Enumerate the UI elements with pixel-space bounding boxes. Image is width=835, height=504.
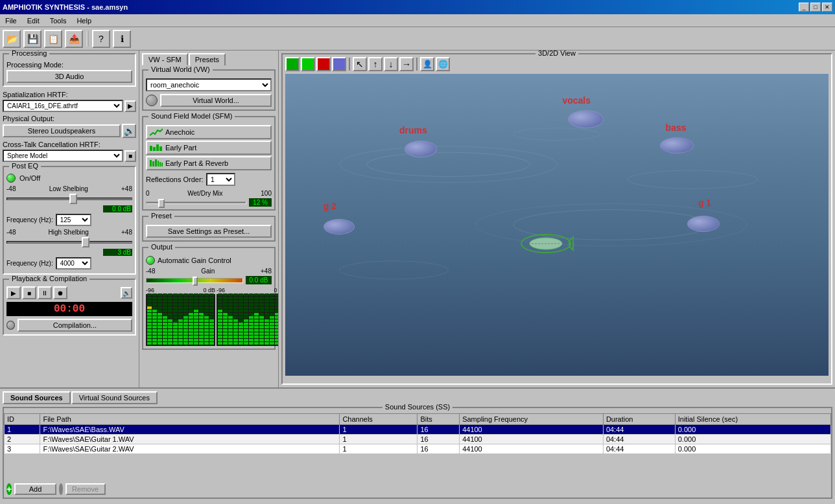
meter-seg-12-7 [209, 319, 214, 322]
nav-down-btn[interactable]: ↓ [384, 57, 398, 71]
tab-sound-sources[interactable]: Sound Sources [3, 391, 71, 404]
globe-icon-btn[interactable]: 🌐 [436, 57, 450, 71]
low-shelf-thumb[interactable] [69, 194, 77, 204]
speaker-icon-btn[interactable]: 🔊 [122, 124, 136, 138]
svg-rect-3 [159, 146, 162, 151]
table-row[interactable]: 1F:\Waves\SAE\Bass.WAV1164410004:440.000 [5, 425, 831, 435]
meter-seg-9-1 [194, 339, 198, 341]
person-icon-btn[interactable]: 👤 [420, 57, 434, 71]
play-btn[interactable]: ▶ [6, 286, 21, 299]
meter-col-3 [163, 293, 167, 345]
vw-dropdown[interactable]: room_anechoic [146, 78, 272, 91]
spatialization-arrow-btn[interactable]: ▶ [124, 100, 136, 112]
tab-presets[interactable]: Presets [189, 53, 226, 65]
meter-seg-6-9 [249, 313, 253, 315]
meter-seg-2-8 [158, 316, 162, 319]
sfm-btn-anechoic[interactable]: Anechoic [146, 125, 272, 139]
tab-vw-sfm[interactable]: VW - SFM [142, 53, 188, 65]
playback-settings-btn[interactable]: 🔊 [121, 287, 132, 299]
freq-low-label: Frequency (Hz): [6, 216, 53, 223]
table-row[interactable]: 3F:\Waves\SAE\Guitar 2.WAV1164410004:440… [5, 444, 831, 454]
drums-blob[interactable] [405, 141, 437, 157]
pause-btn[interactable]: ⏸ [38, 286, 52, 299]
view-btn-red-sq[interactable] [316, 57, 331, 71]
low-shelf-labels: -48 Low Shelbing +48 [6, 185, 132, 192]
record-btn[interactable]: ⏺ [53, 286, 67, 299]
meter-seg-2-7 [158, 319, 162, 322]
meter-col-0 [147, 293, 152, 345]
menu-tools[interactable]: Tools [47, 16, 69, 25]
gain-thumb[interactable] [193, 277, 198, 286]
processing-mode-btn[interactable]: 3D Audio [6, 70, 132, 83]
nav-right-btn[interactable]: → [399, 57, 414, 71]
tab-virtual-sound-sources[interactable]: Virtual Sound Sources [71, 391, 158, 404]
view-btn-blue-grid[interactable] [332, 57, 346, 71]
menu-file[interactable]: File [3, 16, 19, 25]
freq-low-select[interactable]: 125 [56, 214, 91, 226]
vocals-blob[interactable] [568, 110, 604, 128]
menu-help[interactable]: Help [74, 16, 94, 25]
meter-seg-11-15 [204, 293, 209, 296]
remove-btn[interactable]: Remove [65, 483, 106, 495]
sfm-btn-early[interactable]: Early Part [146, 141, 272, 155]
add-btn[interactable]: Add [14, 483, 56, 495]
info-btn[interactable]: ℹ [113, 30, 131, 48]
meter-seg-10-13 [270, 300, 274, 303]
stop-btn[interactable]: ■ [22, 286, 36, 299]
gain-track [146, 278, 243, 283]
physical-output-btn[interactable]: Stereo Loudspeakers [3, 124, 121, 137]
spatialization-select[interactable]: CAIAR1_16s_DFE.athrtf [3, 100, 123, 112]
close-btn[interactable]: ✕ [822, 3, 832, 12]
open-btn[interactable]: 📂 [3, 30, 21, 48]
g2-blob[interactable] [323, 219, 355, 235]
vw-btn[interactable]: Virtual World... [160, 94, 272, 107]
table-scroll[interactable]: ID File Path Channels Bits Sampling Freq… [4, 413, 831, 480]
menu-edit[interactable]: Edit [25, 16, 42, 25]
eq-led[interactable] [6, 174, 16, 183]
svg-rect-2 [156, 144, 159, 151]
meter-seg-8-1 [259, 339, 264, 341]
gain-slider-row: 0.0 dB [146, 276, 272, 284]
meter-seg-5-14 [244, 297, 248, 299]
meter-seg-10-5 [199, 326, 204, 328]
export-btn[interactable]: 📤 [65, 30, 83, 48]
meter-seg-5-3 [173, 332, 178, 335]
high-shelf-thumb[interactable] [82, 237, 89, 247]
cell-3: 16 [418, 435, 460, 444]
scene-area[interactable]: vocals drums bass [285, 74, 829, 376]
guitar-fish-blob[interactable] [519, 231, 574, 258]
save-copy-btn[interactable]: 📋 [44, 30, 62, 48]
meter-seg-1-11 [152, 306, 157, 309]
meter-seg-2-6 [158, 323, 162, 325]
sfm-btn-reverb[interactable]: Early Part & Reverb [146, 156, 272, 170]
meter-seg-1-10 [223, 310, 228, 312]
crosstalk-section: Cross-Talk Cancellation HRTF: Sphere Mod… [3, 141, 136, 162]
table-row[interactable]: 2F:\Waves\SAE\Guitar 1.WAV1164410004:440… [5, 435, 831, 444]
agc-led[interactable] [146, 256, 155, 265]
compilation-btn[interactable]: Compilation... [18, 319, 132, 332]
wet-dry-thumb[interactable] [158, 199, 165, 208]
nav-up-left-btn[interactable]: ↖ [353, 57, 367, 71]
col-bits: Bits [418, 414, 460, 425]
crosstalk-select[interactable]: Sphere Model [3, 150, 123, 162]
freq-high-select[interactable]: 4000 [56, 257, 91, 269]
minimize-btn[interactable]: _ [799, 3, 809, 12]
vu-left-bars [147, 293, 214, 345]
add-icon[interactable]: + [6, 483, 12, 495]
meter-seg-7-15 [254, 293, 259, 296]
nav-up-btn[interactable]: ↑ [368, 57, 382, 71]
meter-seg-9-15 [265, 293, 269, 296]
bass-blob[interactable] [660, 137, 694, 154]
anechoic-icon [150, 128, 163, 137]
view-btn-green-sq2[interactable] [301, 57, 315, 71]
g1-blob[interactable] [687, 216, 720, 232]
view-btn-green-sq[interactable] [285, 57, 300, 71]
crosstalk-btn[interactable]: ■ [124, 150, 136, 162]
cell-0: 3 [5, 444, 40, 454]
meter-col-5 [244, 293, 248, 345]
save-btn[interactable]: 💾 [23, 30, 41, 48]
help-btn[interactable]: ? [92, 30, 110, 48]
reflections-select[interactable]: 1 [206, 173, 235, 186]
save-preset-btn[interactable]: Save Settings as Preset... [146, 225, 272, 238]
maximize-btn[interactable]: □ [810, 3, 821, 12]
